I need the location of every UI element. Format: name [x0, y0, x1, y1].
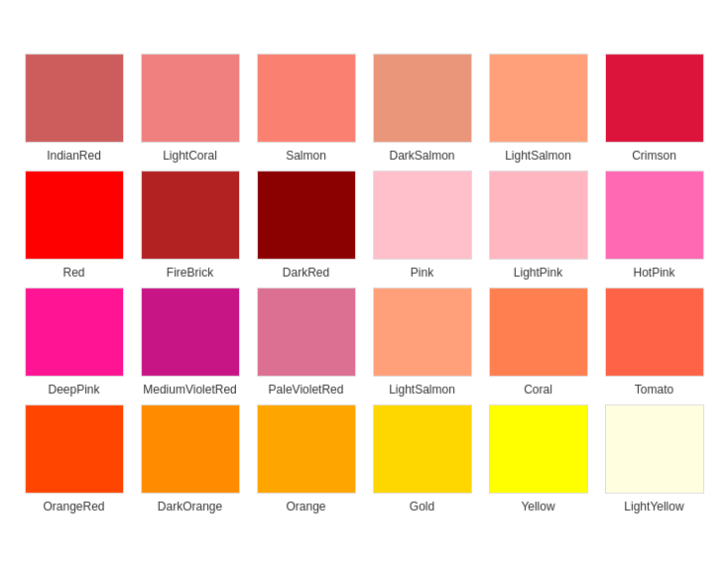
color-swatch — [489, 404, 588, 494]
color-swatch — [257, 404, 356, 494]
color-item[interactable]: IndianRed — [20, 54, 128, 163]
color-label: LightPink — [514, 266, 562, 280]
color-label: PaleVioletRed — [269, 383, 344, 397]
color-swatch — [141, 287, 240, 377]
color-label: Tomato — [635, 383, 673, 397]
color-item[interactable]: FireBrick — [136, 170, 244, 280]
color-item[interactable]: DarkSalmon — [368, 54, 476, 163]
color-item[interactable]: LightPink — [484, 170, 592, 280]
color-item[interactable]: LightYellow — [600, 404, 708, 513]
color-item[interactable]: DarkRed — [252, 170, 360, 280]
color-item[interactable]: Tomato — [600, 287, 708, 397]
color-item[interactable]: OrangeRed — [20, 404, 128, 513]
color-swatch — [25, 170, 124, 260]
color-label: Pink — [411, 266, 433, 280]
color-item[interactable]: Orange — [252, 404, 360, 513]
color-swatch — [605, 287, 704, 377]
color-swatch — [141, 54, 240, 143]
color-swatch — [257, 54, 356, 143]
color-swatch — [257, 287, 356, 377]
color-swatch — [373, 404, 472, 494]
color-item[interactable]: DarkOrange — [136, 404, 244, 513]
color-label: DarkOrange — [158, 500, 222, 513]
color-grid: IndianRedLightCoralSalmonDarkSalmonLight… — [0, 34, 728, 533]
color-label: Gold — [410, 500, 434, 513]
color-swatch — [373, 287, 472, 377]
color-swatch — [373, 54, 472, 143]
color-swatch — [605, 54, 704, 143]
color-label: DeepPink — [48, 383, 99, 397]
color-item[interactable]: Salmon — [252, 54, 360, 163]
color-swatch — [373, 170, 472, 260]
color-label: IndianRed — [47, 149, 101, 163]
color-swatch — [605, 170, 704, 260]
color-item[interactable]: LightSalmon — [484, 54, 592, 163]
color-label: FireBrick — [167, 266, 213, 280]
color-label: LightCoral — [163, 149, 217, 163]
color-item[interactable]: MediumVioletRed — [136, 287, 244, 397]
color-item[interactable]: Red — [20, 170, 128, 280]
color-swatch — [257, 170, 356, 260]
color-swatch — [25, 54, 124, 143]
color-item[interactable]: PaleVioletRed — [252, 287, 360, 397]
color-label: Salmon — [286, 149, 326, 163]
color-swatch — [141, 170, 240, 260]
color-label: Orange — [286, 500, 325, 513]
color-item[interactable]: DeepPink — [20, 287, 128, 397]
color-label: DarkRed — [283, 266, 329, 280]
color-label: HotPink — [633, 266, 674, 280]
color-item[interactable]: Gold — [368, 404, 476, 513]
color-item[interactable]: Coral — [484, 287, 592, 397]
color-label: Coral — [524, 383, 552, 397]
color-swatch — [141, 404, 240, 494]
color-item[interactable]: Crimson — [600, 54, 708, 163]
color-label: LightSalmon — [505, 149, 571, 163]
color-swatch — [489, 54, 588, 143]
color-item[interactable]: Pink — [368, 170, 476, 280]
color-label: Red — [62, 266, 84, 280]
color-item[interactable]: HotPink — [600, 170, 708, 280]
color-swatch — [605, 404, 704, 494]
color-swatch — [489, 287, 588, 377]
color-label: Yellow — [521, 500, 554, 513]
color-item[interactable]: Yellow — [484, 404, 592, 513]
color-label: Crimson — [632, 149, 676, 163]
color-swatch — [489, 170, 588, 260]
color-label: MediumVioletRed — [143, 383, 237, 397]
color-item[interactable]: LightCoral — [136, 54, 244, 163]
color-swatch — [25, 404, 124, 494]
color-swatch — [25, 287, 124, 377]
color-label: DarkSalmon — [389, 149, 454, 163]
color-item[interactable]: LightSalmon — [368, 287, 476, 397]
color-label: LightSalmon — [389, 383, 455, 397]
color-label: OrangeRed — [43, 500, 104, 513]
color-label: LightYellow — [624, 500, 683, 513]
